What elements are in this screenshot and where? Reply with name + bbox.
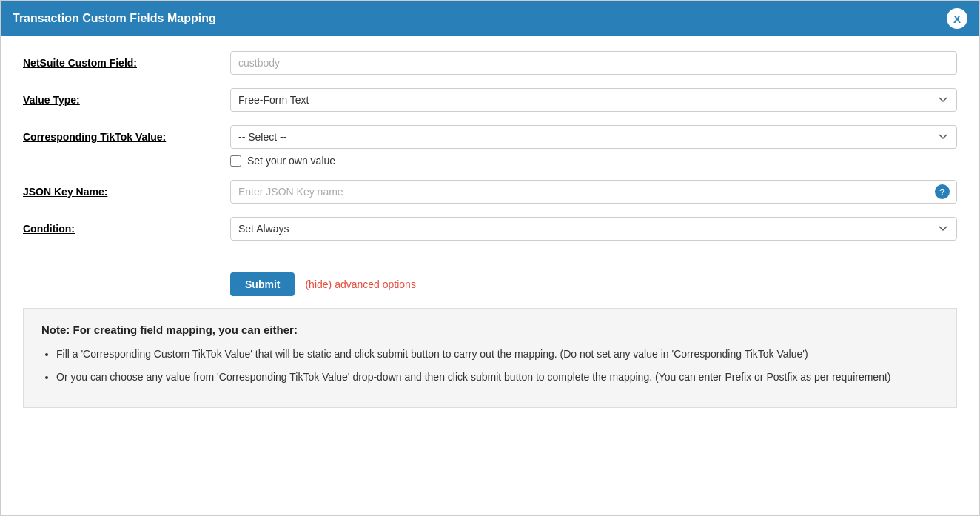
close-button[interactable]: X xyxy=(947,8,967,29)
value-type-row: Value Type: Free-Form Text Static Value … xyxy=(23,88,957,112)
json-key-input[interactable] xyxy=(230,180,957,204)
condition-select[interactable]: Set Always Set If Empty xyxy=(230,217,957,241)
note-title: Note: For creating field mapping, you ca… xyxy=(41,324,939,336)
netsuite-field-wrapper xyxy=(230,51,957,75)
form-section: NetSuite Custom Field: Value Type: Free-… xyxy=(23,51,957,269)
json-key-label: JSON Key Name: xyxy=(23,180,230,198)
tiktok-value-label: Corresponding TikTok Value: xyxy=(23,125,230,143)
value-type-label: Value Type: xyxy=(23,88,230,106)
value-type-wrapper: Free-Form Text Static Value Dynamic Valu… xyxy=(230,88,957,112)
tiktok-value-select[interactable]: -- Select -- xyxy=(230,125,957,149)
submit-button[interactable]: Submit xyxy=(230,272,295,296)
set-own-value-row: Set your own value xyxy=(230,155,957,167)
set-own-value-checkbox[interactable] xyxy=(230,155,241,167)
netsuite-field-input[interactable] xyxy=(230,51,957,75)
modal-body: NetSuite Custom Field: Value Type: Free-… xyxy=(1,36,979,515)
action-row: Submit (hide) advanced options xyxy=(23,272,957,296)
condition-label: Condition: xyxy=(23,217,230,235)
json-input-wrapper: ? xyxy=(230,180,957,204)
advanced-options-link[interactable]: (hide) advanced options xyxy=(305,278,415,290)
netsuite-field-label: NetSuite Custom Field: xyxy=(23,51,230,69)
modal-container: Transaction Custom Fields Mapping X NetS… xyxy=(0,0,980,516)
modal-header: Transaction Custom Fields Mapping X xyxy=(1,1,979,36)
tiktok-value-row: Corresponding TikTok Value: -- Select --… xyxy=(23,125,957,167)
note-section: Note: For creating field mapping, you ca… xyxy=(23,308,957,408)
json-key-wrapper: ? xyxy=(230,180,957,204)
modal-title: Transaction Custom Fields Mapping xyxy=(13,12,216,25)
note-item-2: Or you can choose any value from 'Corres… xyxy=(56,369,939,385)
set-own-value-label: Set your own value xyxy=(247,155,335,167)
condition-wrapper: Set Always Set If Empty xyxy=(230,217,957,241)
json-key-row: JSON Key Name: ? xyxy=(23,180,957,204)
json-key-help-icon[interactable]: ? xyxy=(935,184,950,199)
netsuite-field-row: NetSuite Custom Field: xyxy=(23,51,957,75)
tiktok-value-wrapper: -- Select -- Set your own value xyxy=(230,125,957,167)
note-item-1: Fill a 'Corresponding Custom TikTok Valu… xyxy=(56,346,939,362)
value-type-select[interactable]: Free-Form Text Static Value Dynamic Valu… xyxy=(230,88,957,112)
condition-row: Condition: Set Always Set If Empty xyxy=(23,217,957,241)
note-list: Fill a 'Corresponding Custom TikTok Valu… xyxy=(41,346,939,385)
